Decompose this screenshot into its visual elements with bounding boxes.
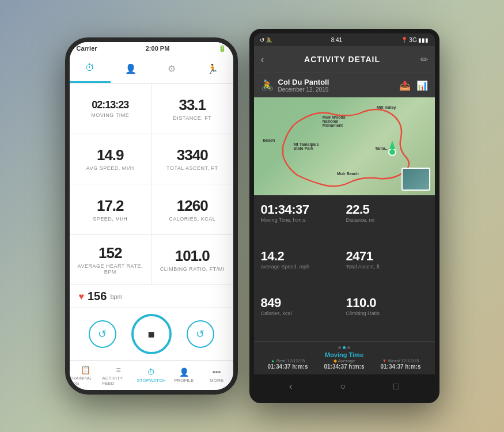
bottom-more[interactable]: ••• MORE (200, 361, 233, 390)
worst-label-text: Worst 12/12/15 (388, 358, 419, 363)
activity-detail-title: ACTIVITY DETAIL (269, 55, 416, 64)
mt-best-col: ▲ Best 12/12/15 01:34:37 h:m:s (261, 358, 315, 370)
a-moving-time-label: Moving Time, h:m:s (261, 217, 343, 223)
avg-speed-label: AVG SPEED, mi/h (86, 165, 134, 171)
android-device: ↺ 🚴 8:41 📍 3G ▮▮▮ ‹ ACTIVITY DETAIL ✏ 🚴 … (249, 29, 439, 403)
best-label-text: Best 12/12/15 (276, 358, 305, 363)
nav-profile[interactable]: 👤 (111, 55, 151, 83)
stat-heart-rate: 152 AVERAGE HEART RATE, bpm (70, 235, 151, 285)
chart-icon[interactable]: 📊 (416, 80, 428, 91)
android-status-bar: ↺ 🚴 8:41 📍 3G ▮▮▮ (254, 33, 435, 46)
share-icon[interactable]: 📤 (399, 80, 411, 91)
millvalley-label: Mill Valley (377, 105, 396, 109)
stat-avg-speed: 14.9 AVG SPEED, mi/h (70, 134, 151, 184)
avg-speed-value: 14.9 (97, 146, 124, 164)
total-ascent-label: TOTAL ASCENT, ft (166, 165, 218, 171)
dot-3 (347, 346, 350, 349)
iphone-nav: ⏱ 👤 ⚙ 🏃 (70, 55, 233, 84)
a-stat-climbing: 110.0 Climbing Ratio (346, 293, 428, 336)
more-label: MORE (210, 378, 223, 383)
a-calories-value: 849 (261, 295, 343, 310)
a-stat-ascent: 2471 Total Ascent, ft (346, 247, 428, 290)
profile-bottom-icon: 👤 (179, 367, 189, 377)
mt-worst-col: ▼ Worst 12/12/15 01:34:37 h:m:s (374, 358, 428, 370)
edit-button[interactable]: ✏ (420, 54, 428, 65)
dot-2 (343, 346, 346, 349)
stopwatch-nav-icon: ⏱ (85, 63, 94, 73)
nav-settings[interactable]: ⚙ (151, 55, 192, 83)
a-ascent-label: Total Ascent, ft (346, 264, 428, 270)
a-stat-moving-time: 01:34:37 Moving Time, h:m:s (261, 200, 343, 243)
mt-worst-value: 01:34:37 h:m:s (374, 363, 428, 370)
muirbeach-label: Muir Beach (337, 172, 359, 176)
speed-value: 17.2 (97, 197, 124, 215)
reset-button[interactable]: ↺ (187, 320, 214, 348)
moving-time-label: MOVING TIME (91, 112, 129, 118)
live-heart-rate: 156 (88, 290, 107, 303)
back-nav-button[interactable]: ‹ (285, 377, 297, 396)
activity-date: December 12, 2015 (278, 86, 395, 93)
android-screen: ↺ 🚴 8:41 📍 3G ▮▮▮ ‹ ACTIVITY DETAIL ✏ 🚴 … (254, 33, 435, 399)
mt-worst-label: ▼ Worst 12/12/15 (374, 358, 428, 363)
mt-avg-col: ◆ Average 01:34:37 h:m:s (317, 358, 372, 370)
more-icon: ••• (213, 367, 221, 377)
profile-bottom-label: PROFILE (174, 378, 194, 383)
settings-nav-icon: ⚙ (168, 63, 176, 74)
recent-nav-button[interactable]: □ (389, 377, 404, 396)
a-calories-label: Calories, kcal (261, 310, 343, 316)
stat-total-ascent: 3340 TOTAL ASCENT, ft (151, 134, 233, 184)
heart-rate-bar: ♥ 156 bpm (70, 285, 233, 308)
bottom-stopwatch[interactable]: ⏱ STOPWATCH (135, 361, 168, 390)
mt-avg-value: 01:34:37 h:m:s (317, 363, 372, 370)
iphone-status-bar: Carrier 2:00 PM 🔋 (70, 42, 233, 55)
stat-distance: 33.1 DISTANCE, ft (151, 84, 233, 134)
distance-label: DISTANCE, ft (173, 115, 211, 121)
home-nav-button[interactable]: ○ (335, 377, 350, 396)
activity-actions: 📤 📊 (399, 80, 428, 91)
a-distance-value: 22.5 (346, 202, 428, 217)
android-stats: 01:34:37 Moving Time, h:m:s 22.5 Distanc… (254, 195, 435, 341)
stopwatch-bottom-label: STOPWATCH (137, 378, 165, 383)
moving-time-section: Moving Time ▲ Best 12/12/15 01:34:37 h:m… (254, 341, 435, 374)
android-nav-bar: ‹ ○ □ (254, 374, 435, 399)
worst-indicator: ▼ (382, 358, 386, 363)
mt-best-value: 01:34:37 h:m:s (261, 363, 315, 370)
iphone-device: Carrier 2:00 PM 🔋 ⏱ 👤 ⚙ 🏃 (65, 37, 238, 395)
stat-moving-time: 02:13:23 MOVING TIME (70, 84, 151, 134)
battery-icon: 🔋 (218, 45, 226, 52)
reset-icon: ↺ (196, 328, 204, 340)
a-stat-calories: 849 Calories, kcal (261, 293, 343, 336)
carrier-label: Carrier (77, 45, 97, 52)
activity-feed-icon: ≡ (116, 365, 121, 374)
bottom-profile[interactable]: 👤 PROFILE (168, 361, 200, 390)
a-distance-label: Distance, mi (346, 217, 428, 223)
activity-header: 🚴 Col Du Pantoll December 12, 2015 📤 📊 (254, 73, 435, 97)
back-button[interactable]: ‹ (261, 54, 264, 66)
bottom-training-log[interactable]: 📋 TRAINING LOG (70, 361, 103, 390)
stat-speed: 17.2 SPEED, mi/h (70, 184, 151, 234)
iphone-screen: Carrier 2:00 PM 🔋 ⏱ 👤 ⚙ 🏃 (70, 42, 233, 390)
share-nav-icon: 🏃 (207, 63, 218, 74)
svg-marker-1 (389, 141, 395, 149)
nav-stopwatch[interactable]: ⏱ (70, 55, 111, 83)
a-avg-speed-value: 14.2 (261, 249, 343, 264)
a-stat-avg-speed: 14.2 Average Speed, mph (261, 247, 343, 290)
climbing-label: CLIMBING RATIO, ft/mi (160, 266, 225, 272)
stopwatch-bottom-icon: ⏱ (147, 367, 155, 377)
best-indicator: ▲ (271, 358, 275, 363)
iphone-time: 2:00 PM (146, 45, 170, 52)
training-log-label: TRAINING LOG (70, 376, 103, 386)
climbing-value: 101.0 (175, 247, 210, 265)
heart-unit: bpm (110, 293, 122, 300)
nav-share[interactable]: 🏃 (192, 55, 233, 83)
stop-button[interactable] (131, 314, 172, 354)
profile-nav-icon: 👤 (125, 63, 137, 74)
stat-climbing: 101.0 CLIMBING RATIO, ft/mi (151, 235, 233, 285)
loop-icon: ↺ (98, 328, 107, 340)
cycling-icon: 🚴 (261, 79, 274, 92)
bottom-activity-feed[interactable]: ≡ ACTIVITY FEED (102, 361, 135, 390)
avg-indicator: ◆ (334, 358, 337, 363)
a-stat-distance: 22.5 Distance, mi (346, 200, 428, 243)
loop-button[interactable]: ↺ (89, 320, 116, 348)
stat-calories: 1260 CALORIES, kcal (151, 184, 233, 234)
